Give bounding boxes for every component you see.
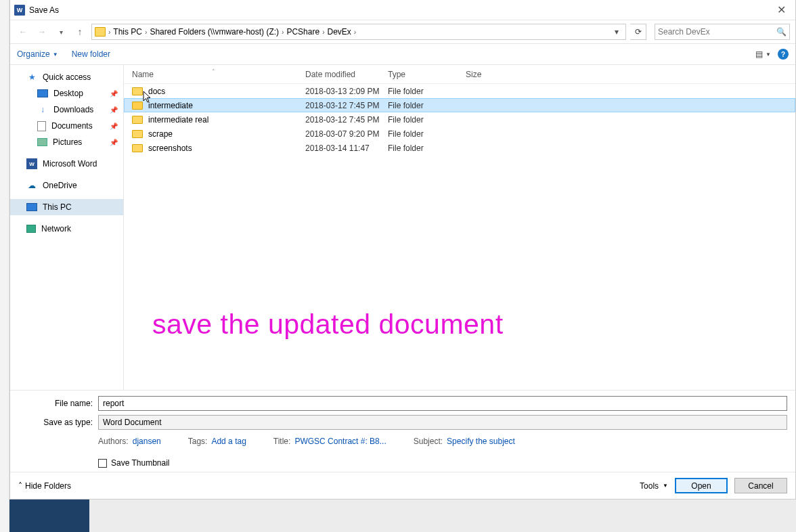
filename-label: File name: xyxy=(18,399,98,408)
search-icon: 🔍 xyxy=(776,27,787,37)
new-folder-button[interactable]: New folder xyxy=(72,49,110,59)
title-value[interactable]: PWGSC Contract #: B8... xyxy=(294,437,386,446)
file-name: intermediate real xyxy=(148,115,305,125)
column-date[interactable]: Date modified xyxy=(305,70,388,79)
file-rows: docs2018-03-13 2:09 PMFile folderinterme… xyxy=(124,84,795,155)
savetype-combobox[interactable]: Word Document xyxy=(98,415,787,430)
download-icon: ↓ xyxy=(37,104,48,115)
file-name: scrape xyxy=(148,129,305,139)
file-row[interactable]: docs2018-03-13 2:09 PMFile folder xyxy=(124,84,795,98)
folder-icon xyxy=(95,27,106,37)
pin-icon: 📌 xyxy=(110,106,118,114)
folder-icon xyxy=(132,102,143,110)
folder-icon xyxy=(132,130,143,138)
view-icon: ▤ xyxy=(755,49,763,59)
breadcrumb-shared[interactable]: Shared Folders (\\vmware-host) (Z:)› xyxy=(150,27,284,37)
sidebar: ★ Quick access Desktop 📌 ↓ Downloads 📌 D… xyxy=(10,65,124,390)
window-title: Save As xyxy=(29,5,59,15)
cancel-button[interactable]: Cancel xyxy=(734,478,787,493)
file-type: File folder xyxy=(388,129,466,139)
subject-value[interactable]: Specify the subject xyxy=(447,437,515,446)
file-row[interactable]: scrape2018-03-07 9:20 PMFile folder xyxy=(124,127,795,141)
address-bar[interactable]: › This PC› Shared Folders (\\vmware-host… xyxy=(91,24,626,40)
authors-value[interactable]: djansen xyxy=(133,437,161,446)
save-form: File name: Save as type: Word Document A… xyxy=(10,390,795,472)
nav-row: ← → ▾ ↑ › This PC› Shared Folders (\\vmw… xyxy=(10,20,795,43)
save-thumbnail-label[interactable]: Save Thumbnail xyxy=(111,458,170,468)
close-button[interactable]: ✕ xyxy=(772,3,791,16)
sidebar-quick-access[interactable]: ★ Quick access xyxy=(10,69,123,85)
recent-locations-button[interactable]: ▾ xyxy=(53,24,68,39)
word-icon: W xyxy=(26,158,37,169)
tools-menu[interactable]: Tools ▼ xyxy=(640,481,668,491)
title-bar: W Save As ✕ xyxy=(10,0,795,20)
tags-value[interactable]: Add a tag xyxy=(211,437,246,446)
file-date: 2018-03-13 2:09 PM xyxy=(305,87,388,96)
pin-icon: 📌 xyxy=(110,90,118,97)
authors-label: Authors: xyxy=(98,437,129,446)
address-dropdown[interactable]: ▾ xyxy=(611,27,623,37)
network-icon xyxy=(26,225,36,233)
savetype-label: Save as type: xyxy=(18,418,98,427)
sidebar-onedrive[interactable]: ☁ OneDrive xyxy=(10,177,123,194)
file-row[interactable]: screenshots2018-03-14 11:47File folder xyxy=(124,141,795,155)
file-type: File folder xyxy=(388,87,466,96)
file-name: docs xyxy=(148,87,305,96)
chevron-up-icon: ˄ xyxy=(18,481,22,491)
view-options-button[interactable]: ▤ ▼ xyxy=(755,49,771,59)
pin-icon: 📌 xyxy=(110,139,118,146)
file-date: 2018-03-12 7:45 PM xyxy=(305,101,388,110)
toolbar: Organize ▼ New folder ▤ ▼ ? xyxy=(10,43,795,65)
organize-menu[interactable]: Organize ▼ xyxy=(17,49,58,59)
file-row[interactable]: intermediate real2018-03-12 7:45 PMFile … xyxy=(124,112,795,127)
title-label: Title: xyxy=(273,437,291,446)
file-type: File folder xyxy=(388,143,466,153)
cloud-icon: ☁ xyxy=(26,180,37,191)
refresh-button[interactable]: ⟳ xyxy=(630,24,646,40)
column-headers: Name ˄ Date modified Type Size xyxy=(124,65,795,84)
open-button[interactable]: Open xyxy=(675,478,728,493)
back-button[interactable]: ← xyxy=(16,24,30,39)
help-button[interactable]: ? xyxy=(778,49,789,60)
search-input[interactable]: Search DevEx 🔍 xyxy=(655,24,790,40)
file-type: File folder xyxy=(388,115,466,125)
file-date: 2018-03-14 11:47 xyxy=(305,143,388,153)
sidebar-downloads[interactable]: ↓ Downloads 📌 xyxy=(10,102,123,118)
document-icon xyxy=(37,121,46,131)
up-button[interactable]: ↑ xyxy=(72,24,87,39)
pc-icon xyxy=(26,203,37,211)
sort-indicator-icon: ˄ xyxy=(212,68,215,75)
dialog-footer: ˄ Hide Folders Tools ▼ Open Cancel xyxy=(10,472,795,499)
folder-icon xyxy=(132,87,143,95)
column-name[interactable]: Name ˄ xyxy=(132,70,305,79)
forward-button[interactable]: → xyxy=(35,24,49,39)
sidebar-desktop[interactable]: Desktop 📌 xyxy=(10,85,123,102)
breadcrumb-pcshare[interactable]: PCShare› xyxy=(286,27,324,37)
subject-label: Subject: xyxy=(414,437,443,446)
sidebar-word[interactable]: W Microsoft Word xyxy=(10,156,123,172)
column-type[interactable]: Type xyxy=(388,70,466,79)
background-app xyxy=(9,500,796,532)
filename-input[interactable] xyxy=(98,396,787,411)
file-name: intermediate xyxy=(148,101,305,110)
file-row[interactable]: intermediate2018-03-12 7:45 PMFile folde… xyxy=(124,98,795,112)
sidebar-pictures[interactable]: Pictures 📌 xyxy=(10,134,123,150)
word-app-icon: W xyxy=(14,5,25,16)
file-type: File folder xyxy=(388,101,466,110)
folder-icon xyxy=(132,116,143,124)
background-app-nav xyxy=(9,500,89,532)
folder-icon xyxy=(132,144,143,152)
pictures-icon xyxy=(37,138,47,146)
sidebar-this-pc[interactable]: This PC xyxy=(10,199,123,215)
sidebar-network[interactable]: Network xyxy=(10,221,123,237)
sidebar-documents[interactable]: Documents 📌 xyxy=(10,118,123,134)
breadcrumb-devex[interactable]: DevEx› xyxy=(327,27,356,37)
hide-folders-button[interactable]: ˄ Hide Folders xyxy=(18,481,71,491)
pin-icon: 📌 xyxy=(110,123,118,130)
file-name: screenshots xyxy=(148,143,305,153)
save-as-dialog: W Save As ✕ ← → ▾ ↑ › This PC› Shared Fo… xyxy=(9,0,796,500)
save-thumbnail-checkbox[interactable] xyxy=(98,459,107,468)
breadcrumb-thispc[interactable]: This PC› xyxy=(113,27,147,37)
column-size[interactable]: Size xyxy=(466,70,520,79)
annotation-text: save the updated document xyxy=(152,309,504,340)
